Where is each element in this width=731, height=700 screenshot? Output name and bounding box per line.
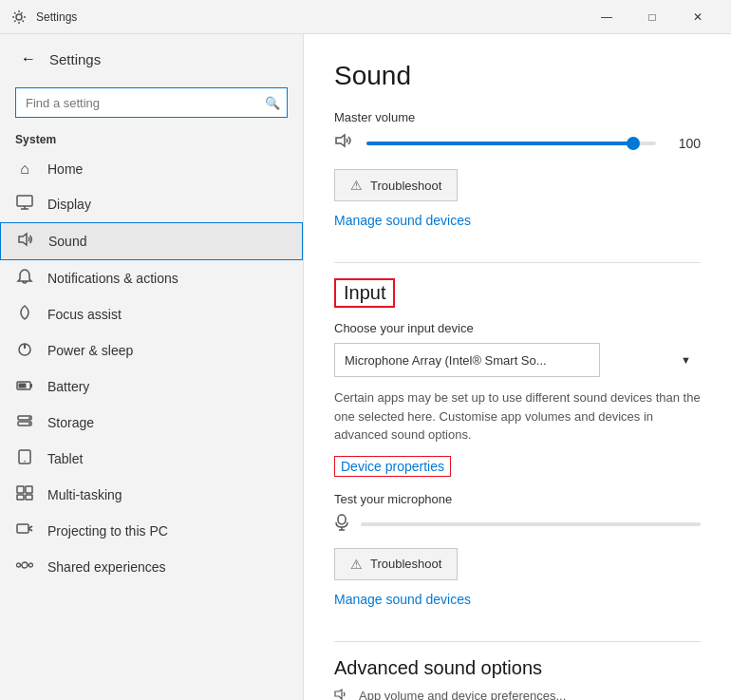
svg-marker-28 [336,135,345,146]
search-input[interactable] [15,87,288,118]
app-volume-icon [334,687,349,701]
manage-sound-devices-link-2[interactable]: Manage sound devices [334,592,471,607]
svg-point-0 [16,14,22,20]
sidebar-item-power[interactable]: Power & sleep [0,332,303,369]
sidebar-item-label: Multi-tasking [47,487,122,502]
sidebar-item-focus[interactable]: Focus assist [0,296,303,332]
storage-icon [15,413,34,432]
display-icon [15,195,34,214]
svg-point-15 [24,461,26,463]
input-section: Input Choose your input device Microphon… [334,278,701,626]
divider-2 [334,641,701,642]
power-icon [15,341,34,360]
input-device-select-container: Microphone Array (Intel® Smart So... ▼ [334,343,701,377]
sidebar-item-label: Battery [47,379,89,394]
sidebar-item-label: Sound [48,234,86,249]
sidebar-item-label: Storage [47,415,94,430]
svg-rect-19 [26,495,32,500]
sidebar-item-sound[interactable]: Sound [0,222,303,260]
sidebar-item-multitasking[interactable]: Multi-tasking [0,477,303,513]
input-device-select[interactable]: Microphone Array (Intel® Smart So... [334,343,600,377]
svg-marker-4 [19,234,27,245]
advanced-section: Advanced sound options App volume and de… [334,657,701,701]
volume-slider[interactable] [366,142,656,145]
volume-value: 100 [667,136,701,151]
settings-app-icon [11,9,27,25]
multitasking-icon [15,485,34,504]
maximize-button[interactable]: □ [630,4,674,30]
sidebar-item-storage[interactable]: Storage [0,405,303,441]
sidebar-item-label: Display [47,197,91,212]
search-icon: 🔍 [265,96,280,110]
svg-rect-17 [26,486,32,493]
svg-rect-1 [17,196,32,206]
sidebar-item-label: Power & sleep [47,343,133,358]
svg-rect-16 [17,486,24,493]
volume-icon [334,132,355,154]
sound-icon [16,232,35,251]
sidebar-item-notifications[interactable]: Notifications & actions [0,260,303,296]
title-bar-left: Settings [11,9,77,25]
warning-icon-2: ⚠ [350,557,363,572]
choose-input-label: Choose your input device [334,321,701,335]
input-section-title: Input [344,278,385,303]
page-title: Sound [334,61,701,91]
svg-point-12 [28,417,30,419]
master-volume-label: Master volume [334,110,701,124]
notifications-icon [15,269,34,288]
svg-rect-18 [17,495,24,500]
sidebar-item-shared[interactable]: Shared experiences [0,549,303,585]
title-bar-title: Settings [36,10,77,24]
svg-point-25 [29,563,33,567]
sidebar-item-display[interactable]: Display [0,186,303,222]
troubleshoot-button-1[interactable]: ⚠ Troubleshoot [334,169,458,201]
sidebar: ← Settings 🔍 System ⌂ Home Display Sound [0,34,304,700]
window-controls: — □ ✕ [585,4,720,30]
svg-rect-20 [17,524,28,533]
test-mic-label: Test your microphone [334,492,701,506]
title-bar: Settings — □ ✕ [0,0,731,34]
chevron-down-icon: ▼ [681,354,691,366]
advanced-row: App volume and device preferences... [334,687,701,701]
svg-rect-9 [19,384,27,388]
svg-point-13 [28,423,30,425]
troubleshoot-button-2[interactable]: ⚠ Troubleshoot [334,548,458,580]
troubleshoot-label-2: Troubleshoot [370,557,441,571]
focus-icon [15,305,34,324]
projecting-icon [15,521,34,540]
warning-icon-1: ⚠ [350,178,363,193]
sidebar-item-label: Shared experiences [47,559,166,575]
sidebar-item-label: Home [47,161,83,177]
sidebar-app-title: Settings [49,51,101,67]
sidebar-item-label: Projecting to this PC [47,523,168,539]
svg-point-24 [17,563,21,567]
tablet-icon [15,449,34,468]
sidebar-item-projecting[interactable]: Projecting to this PC [0,513,303,549]
advanced-section-title: Advanced sound options [334,657,701,679]
device-properties-link[interactable]: Device properties [334,456,451,477]
sidebar-item-label: Tablet [47,451,83,466]
content-area: Sound Master volume 100 ⚠ Troubleshoot M… [304,34,731,700]
manage-sound-devices-link-1[interactable]: Manage sound devices [334,213,471,228]
shared-icon [15,558,34,577]
app-volume-label: App volume and device preferences... [359,689,566,701]
svg-rect-29 [338,515,346,524]
sidebar-item-battery[interactable]: Battery [0,369,303,405]
sidebar-item-tablet[interactable]: Tablet [0,441,303,477]
sidebar-section-label: System [0,129,303,152]
sidebar-nav-top: ← Settings [0,34,303,84]
svg-marker-32 [335,690,342,699]
sidebar-item-home[interactable]: ⌂ Home [0,152,303,186]
mic-level-slider[interactable] [361,522,701,526]
divider-1 [334,262,701,263]
search-box: 🔍 [15,87,288,118]
troubleshoot-label-1: Troubleshoot [370,179,441,193]
minimize-button[interactable]: — [585,4,628,30]
close-button[interactable]: ✕ [676,4,720,30]
battery-icon [15,377,34,396]
sidebar-item-label: Notifications & actions [47,271,178,286]
input-info-text: Certain apps may be set up to use differ… [334,388,701,445]
back-button[interactable]: ← [15,46,42,72]
svg-rect-8 [30,384,32,388]
svg-point-23 [22,562,28,568]
